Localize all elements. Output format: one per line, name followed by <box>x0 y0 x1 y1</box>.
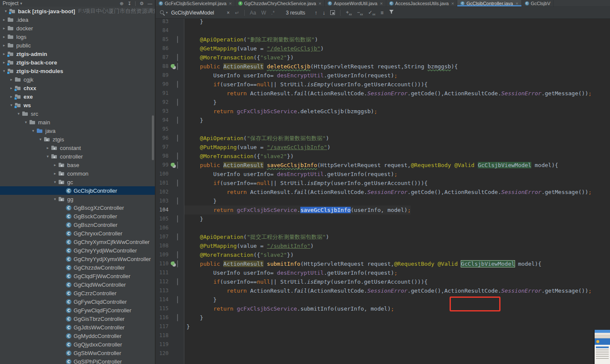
code-line[interactable]: 114 } <box>156 295 610 304</box>
code-text[interactable]: @PutMapping(value = "/submitInfo") <box>184 241 314 250</box>
fold-collapse-icon[interactable] <box>177 260 178 267</box>
code-line[interactable]: 103 } <box>156 197 610 205</box>
line-number[interactable]: 92 <box>156 98 170 107</box>
chevron-down-icon[interactable]: ▾ <box>3 9 9 13</box>
chevron-down-icon[interactable]: ▾ <box>30 129 36 133</box>
tree-item[interactable]: CGgBscgXzController <box>0 203 155 212</box>
collapse-all-icon[interactable]: ↧ <box>127 0 131 7</box>
code-text[interactable]: UserInfo userInfo= desEncryptUtil.getUse… <box>184 170 397 179</box>
tree-item[interactable]: ▸ztgis-admin <box>0 50 155 58</box>
code-text[interactable]: return gcFxClsjbScService.submitInfo(use… <box>184 304 394 313</box>
code-text[interactable]: @ApiOperation("删除工程测量数据包数据") <box>184 35 318 44</box>
code-line[interactable]: 98 @MoreTransaction({"slave2"}) <box>156 152 610 161</box>
chevron-right-icon[interactable]: ▸ <box>1 43 7 47</box>
code-line[interactable]: 84 <box>156 26 610 35</box>
tree-item[interactable]: CGgFywClqdController <box>0 297 155 306</box>
code-line[interactable]: 118 <box>156 331 610 340</box>
spring-mapping-icon[interactable] <box>171 64 176 69</box>
editor-tab[interactable]: CGcClsjbV <box>522 0 554 6</box>
code-text[interactable]: } <box>184 116 203 125</box>
line-number[interactable]: 100 <box>156 170 170 179</box>
line-number[interactable]: 117 <box>156 322 170 331</box>
tree-item[interactable]: CGgMyddcController <box>0 332 155 340</box>
chevron-down-icon[interactable]: ▾ <box>52 180 58 184</box>
search-options-chevron-icon[interactable]: ▾ <box>166 11 168 15</box>
code-line[interactable]: 99 public ActionResult saveGcClsjbInfo(H… <box>156 161 610 170</box>
close-icon[interactable]: × <box>319 1 321 6</box>
code-line[interactable]: 112 if(userInfo==null|| StrUtil.isEmpty(… <box>156 277 610 286</box>
code-line[interactable]: 96 @ApiOperation("保存工程分析测量数据包数据") <box>156 134 610 143</box>
code-line[interactable]: 85 @ApiOperation("删除工程测量数据包数据") <box>156 35 610 44</box>
fold-collapse-icon[interactable] <box>177 179 178 187</box>
newline-icon[interactable]: ↵ <box>235 10 239 16</box>
tree-item[interactable]: CGgJdtsWwController <box>0 323 155 332</box>
code-line[interactable]: 106 <box>156 223 610 232</box>
code-line[interactable]: 93 return gcFxClsjbScService.deleteGcCls… <box>156 107 610 116</box>
line-number[interactable]: 111 <box>156 268 170 277</box>
tree-item[interactable]: ▾gg <box>0 195 155 203</box>
code-text[interactable] <box>184 331 187 340</box>
code-line[interactable]: 95 <box>156 125 610 134</box>
fold-collapse-icon[interactable] <box>177 81 178 88</box>
code-text[interactable]: @MoreTransaction({"slave2"}) <box>184 152 293 161</box>
fold-collapse-icon[interactable] <box>177 233 178 241</box>
line-number[interactable]: 84 <box>156 26 170 35</box>
tree-item[interactable]: CGgChryYydjWwController <box>0 246 155 255</box>
tree-item[interactable]: CGgQjydxxController <box>0 340 155 349</box>
fold-end-icon[interactable] <box>177 296 178 303</box>
close-icon[interactable]: × <box>451 1 454 6</box>
fold-collapse-icon[interactable] <box>177 278 178 285</box>
line-number[interactable]: 107 <box>156 232 170 241</box>
match-case-toggle[interactable]: Aa <box>250 10 256 16</box>
whole-words-toggle[interactable]: W <box>261 10 266 16</box>
code-text[interactable]: @MoreTransaction({"slave2"}) <box>184 250 293 259</box>
code-text[interactable]: @GetMapping(value = "/deleteGcClsjb") <box>184 44 324 53</box>
code-line[interactable]: 117} <box>156 322 610 331</box>
line-number[interactable]: 102 <box>156 188 170 197</box>
code-text[interactable]: return ActionResult.fail(ActionResultCod… <box>184 188 592 197</box>
search-input[interactable]: GcClsjbViewModel <box>171 10 222 16</box>
code-text[interactable]: } <box>184 313 203 322</box>
code-text[interactable]: if(userInfo==null|| StrUtil.isEmpty(user… <box>184 80 428 89</box>
code-line[interactable]: 97 @PutMapping(value = "/saveGcClsjbInfo… <box>156 143 610 152</box>
fold-end-icon[interactable] <box>177 251 178 258</box>
tree-item[interactable]: ▾ztgis <box>0 135 155 144</box>
tree-item[interactable]: CGgChryXymxCjfkWwController <box>0 238 155 246</box>
code-line[interactable]: 105 } <box>156 214 610 223</box>
chevron-right-icon[interactable]: ▸ <box>8 86 15 90</box>
code-line[interactable]: 115 return gcFxClsjbScService.submitInfo… <box>156 304 610 313</box>
tree-item[interactable]: CGgGisTbrzController <box>0 314 155 323</box>
line-number[interactable]: 91 <box>156 89 170 98</box>
fold-end-icon[interactable] <box>177 54 178 61</box>
line-number[interactable]: 97 <box>156 143 170 152</box>
code-text[interactable]: UserInfo userInfo= desEncryptUtil.getUse… <box>184 71 397 80</box>
chevron-right-icon[interactable]: ▸ <box>1 26 7 30</box>
tree-scrollbar[interactable] <box>152 115 154 160</box>
tree-item[interactable]: ▾main <box>0 118 155 126</box>
code-line[interactable]: 92 } <box>156 98 610 107</box>
floating-window-thumbnail[interactable] <box>594 330 610 364</box>
tree-item[interactable]: ▾controller <box>0 152 155 161</box>
code-text[interactable]: } <box>184 197 216 205</box>
code-text[interactable]: } <box>184 214 203 223</box>
line-number[interactable]: 96 <box>156 134 170 143</box>
open-in-find-window-icon[interactable] <box>330 10 335 15</box>
code-line[interactable]: 86 @GetMapping(value = "/deleteGcClsjb") <box>156 44 610 53</box>
select-all-occurrences-icon[interactable]: ✓xx <box>368 9 376 16</box>
chevron-right-icon[interactable]: ▸ <box>52 163 58 167</box>
code-line[interactable]: 94 } <box>156 116 610 125</box>
tree-item[interactable]: CGgBsckController <box>0 212 155 220</box>
tree-item[interactable]: CGgCzrzController <box>0 289 155 297</box>
code-line[interactable]: 107 @ApiOperation("提交工程分析测量数据包数据") <box>156 232 610 241</box>
tree-item[interactable]: ▸common <box>0 169 155 178</box>
fold-end-icon[interactable] <box>177 215 178 223</box>
gear-icon[interactable]: ⚙ <box>139 0 144 7</box>
filter-icon[interactable] <box>389 9 394 16</box>
locate-file-icon[interactable]: ⊕ <box>120 0 124 7</box>
tree-item[interactable]: ▸logs <box>0 32 155 41</box>
line-number[interactable]: 87 <box>156 53 170 62</box>
code-line[interactable]: 110 public ActionResult submitInfo(HttpS… <box>156 259 610 268</box>
chevron-right-icon[interactable]: ▸ <box>1 60 7 65</box>
line-number[interactable]: 112 <box>156 277 170 286</box>
line-number[interactable]: 119 <box>156 340 170 349</box>
